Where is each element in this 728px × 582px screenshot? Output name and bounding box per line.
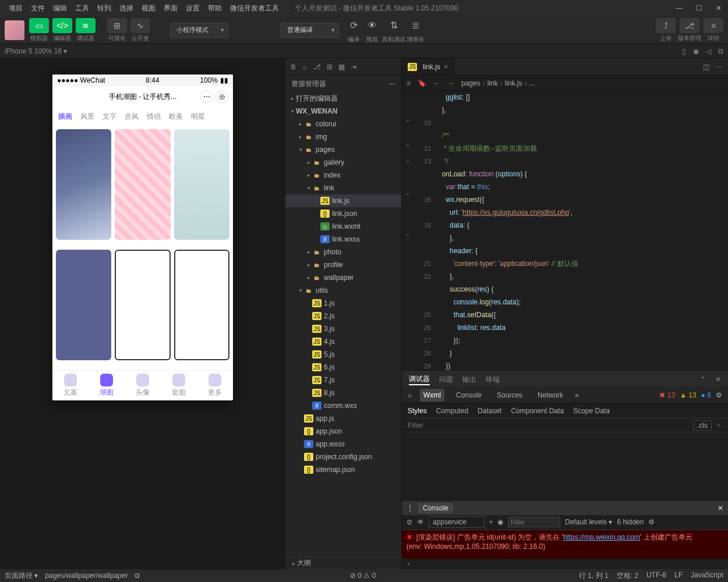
dbg-tab-输出[interactable]: 输出 bbox=[462, 375, 476, 385]
add-style-icon[interactable]: ＋ bbox=[715, 420, 722, 430]
cls-button[interactable]: .cls bbox=[693, 420, 712, 431]
status-item[interactable]: 空格: 2 bbox=[617, 571, 638, 581]
tree-item-photo[interactable]: ▸🖿photo bbox=[285, 246, 401, 258]
menu-设置[interactable]: 设置 bbox=[182, 3, 204, 13]
avatar[interactable] bbox=[5, 20, 24, 40]
tree-item-project.config.json[interactable]: {}project.config.json bbox=[285, 450, 401, 463]
record-icon[interactable]: ◉ bbox=[693, 47, 699, 55]
search-icon[interactable]: ⌕ bbox=[303, 63, 307, 71]
dbg-tab-终端[interactable]: 终端 bbox=[486, 375, 500, 385]
menu-文件[interactable]: 文件 bbox=[27, 3, 49, 13]
list-icon[interactable]: ≡ bbox=[407, 79, 411, 87]
nav-潮图[interactable]: 潮图 bbox=[89, 371, 125, 400]
tree-item-link.js[interactable]: JSlink.js bbox=[285, 194, 401, 207]
clear-console-icon[interactable]: ⊘ bbox=[407, 518, 412, 526]
tree-item-profile[interactable]: ▸🖿profile bbox=[285, 258, 401, 271]
tree-item-app.wxss[interactable]: #app.wxss bbox=[285, 438, 401, 450]
dbg-tab-问题[interactable]: 问题 bbox=[439, 375, 453, 385]
menu-选择[interactable]: 选择 bbox=[115, 3, 137, 13]
styles-tab-Computed[interactable]: Computed bbox=[436, 407, 468, 415]
devtool-Wxml[interactable]: Wxml bbox=[420, 389, 444, 402]
nav-fwd-icon[interactable]: → bbox=[447, 79, 454, 87]
styles-tab-Styles[interactable]: Styles bbox=[408, 407, 427, 415]
编辑器-button[interactable]: </> bbox=[52, 18, 72, 33]
tree-item-link.wxss[interactable]: #link.wxss bbox=[285, 233, 401, 246]
close-tab-icon[interactable]: × bbox=[444, 63, 448, 71]
capsule-close[interactable]: ◎ bbox=[215, 90, 228, 103]
console-settings-icon[interactable]: ⚙ bbox=[648, 518, 655, 526]
tree-item-utils[interactable]: ▾🖿utils bbox=[285, 284, 401, 297]
tree-item-wallpaper[interactable]: ▸🖿wallpaper bbox=[285, 271, 401, 284]
copy-icon[interactable]: ⧉ bbox=[718, 47, 723, 55]
console-close-icon[interactable]: ✕ bbox=[718, 504, 723, 512]
menu-转到[interactable]: 转到 bbox=[93, 3, 115, 13]
status-item[interactable]: LF bbox=[674, 571, 683, 581]
collapse-icon[interactable]: ⌃ bbox=[700, 375, 706, 384]
maximize-button[interactable]: ☐ bbox=[694, 4, 704, 12]
close-icon[interactable]: ✕ bbox=[715, 375, 721, 384]
console-prompt[interactable]: › bbox=[402, 559, 728, 569]
tree-item-8.js[interactable]: JS8.js bbox=[285, 386, 401, 399]
editor-tab[interactable]: JS link.js × bbox=[402, 58, 454, 75]
copy-path-icon[interactable]: ⧉ bbox=[135, 572, 140, 580]
wallpaper-item[interactable] bbox=[56, 129, 111, 240]
tree-item-gallery[interactable]: ▸🖿gallery bbox=[285, 156, 401, 169]
back-icon[interactable]: ◁ bbox=[706, 47, 711, 55]
status-item[interactable]: JavaScript bbox=[691, 571, 723, 581]
tree-item-pages[interactable]: ▾🖿pages bbox=[285, 143, 401, 156]
menu-微信开发者工具[interactable]: 微信开发者工具 bbox=[226, 3, 283, 13]
tree-item-comm.wxs[interactable]: #comm.wxs bbox=[285, 399, 401, 412]
wallpaper-item[interactable] bbox=[174, 250, 229, 360]
devtool-Console[interactable]: Console bbox=[453, 389, 485, 402]
minimize-button[interactable]: ― bbox=[674, 4, 684, 12]
nav-套图[interactable]: 套图 bbox=[161, 371, 197, 400]
tree-item-img[interactable]: ▸🖿img bbox=[285, 130, 401, 143]
outline-label[interactable]: 大纲 bbox=[297, 558, 311, 568]
编译-button[interactable]: ⟳ bbox=[345, 17, 362, 34]
tree-item-3.js[interactable]: JS3.js bbox=[285, 322, 401, 335]
devtool-Network[interactable]: Network bbox=[534, 389, 567, 402]
tree-item-1.js[interactable]: JS1.js bbox=[285, 297, 401, 310]
wallpaper-item[interactable] bbox=[115, 250, 170, 360]
bookmark-icon[interactable]: 🔖 bbox=[418, 79, 426, 87]
levels-select[interactable]: Default levels ▾ bbox=[565, 518, 612, 526]
context-select[interactable]: appservice bbox=[429, 516, 485, 528]
styles-filter-input[interactable] bbox=[408, 421, 693, 430]
tree-item-2.js[interactable]: JS2.js bbox=[285, 310, 401, 322]
tree-item-index[interactable]: ▸🖿index bbox=[285, 169, 401, 182]
info-badge[interactable]: ● 6 bbox=[701, 391, 711, 399]
explorer-more-icon[interactable]: ⋯ bbox=[388, 80, 395, 88]
wallpaper-item[interactable] bbox=[115, 129, 170, 240]
compile-select[interactable]: 普通编译 bbox=[281, 23, 339, 38]
overflow-icon[interactable]: » bbox=[575, 391, 579, 399]
devtool-Sources[interactable]: Sources bbox=[493, 389, 526, 402]
mode-select[interactable]: 小程序模式 bbox=[170, 23, 228, 38]
live-icon[interactable]: ◉ bbox=[497, 518, 503, 526]
error-link[interactable]: https://mp.weixin.qq.com bbox=[563, 533, 640, 541]
more-icon[interactable]: ⇥ bbox=[351, 63, 356, 71]
tree-item-6.js[interactable]: JS6.js bbox=[285, 361, 401, 374]
tree-item-4.js[interactable]: JS4.js bbox=[285, 335, 401, 348]
close-button[interactable]: ✕ bbox=[714, 4, 723, 12]
menu-项目[interactable]: 项目 bbox=[5, 3, 27, 13]
wallpaper-item[interactable] bbox=[56, 250, 111, 360]
版本管理-button[interactable]: ⎇ bbox=[680, 18, 699, 33]
page-path-label[interactable]: 页面路径 ▾ bbox=[5, 571, 38, 581]
category-tab[interactable]: 风景 bbox=[80, 112, 94, 122]
tree-item-app.js[interactable]: JSapp.js bbox=[285, 412, 401, 425]
nav-back-icon[interactable]: ← bbox=[433, 79, 440, 87]
tree-item-link[interactable]: ▾🖿link bbox=[285, 182, 401, 194]
tree-item-打开的编辑器[interactable]: ▸打开的编辑器 bbox=[285, 92, 401, 105]
清缓存-button[interactable]: ≣ bbox=[407, 17, 424, 34]
code-editor[interactable]: ⌄⌄⌄⌄⌄ 10 1213 16 18 2122 2526272829 ggli… bbox=[402, 91, 728, 371]
tree-item-5.js[interactable]: JS5.js bbox=[285, 348, 401, 361]
dbg-tab-调试器[interactable]: 调试器 bbox=[409, 374, 430, 385]
split-icon[interactable]: ◫ bbox=[703, 63, 709, 71]
category-tab[interactable]: 欧美 bbox=[169, 112, 183, 122]
styles-tab-Component Data[interactable]: Component Data bbox=[511, 407, 564, 415]
error-badge[interactable]: ✖ 13 bbox=[659, 391, 675, 399]
category-tab[interactable]: 插画 bbox=[58, 112, 72, 122]
tree-item-app.json[interactable]: {}app.json bbox=[285, 425, 401, 438]
eye-icon[interactable]: 👁 bbox=[417, 518, 424, 526]
capsule-menu[interactable]: ⋯ bbox=[200, 90, 213, 103]
